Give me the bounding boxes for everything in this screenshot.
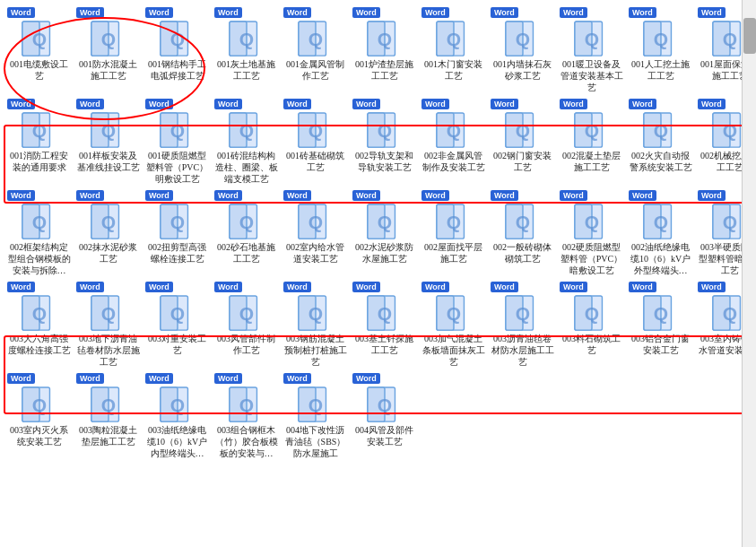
scroll-thumb[interactable] [743,18,756,54]
svg-text:Q: Q [169,212,184,232]
list-item[interactable]: Word Q 001防水混凝土施工工艺 [74,5,142,95]
file-icon: Q [500,110,546,150]
file-grid-container[interactable]: Word Q 001电缆敷设工艺Word Q 001防水混凝土施工工艺Word … [0,0,742,547]
list-item[interactable]: Word Q 001木门窗安装工艺 [420,5,487,95]
file-label: 003地下沥青油毡卷材防水层施工艺 [76,333,140,368]
svg-text:Q: Q [239,29,253,49]
file-label: 003沥青油毡卷材防水层施工工艺 [491,333,554,368]
word-badge: Word [560,7,587,18]
list-item[interactable]: Word Q 003基土钎探施工工艺 [351,280,418,369]
list-item[interactable]: Word Q 003风管部件制作工艺 [213,280,280,369]
word-badge: Word [491,282,518,292]
file-label: 001砖基础砌筑工艺 [283,150,347,173]
svg-text:Q: Q [515,120,529,141]
file-label: 002硬质阻燃型塑料管（PVC）暗敷设工艺 [560,241,623,276]
svg-text:Q: Q [308,212,322,232]
svg-text:Q: Q [446,120,460,141]
file-icon: Q [638,293,684,333]
svg-text:Q: Q [31,29,46,49]
list-item[interactable]: Word Q 003铝合金门窗安装工艺 [627,280,694,369]
list-item[interactable]: Word Q 001屋面保温层施工工艺 [696,5,742,95]
file-icon: Q [16,19,63,58]
file-label: 004地下改性沥青油毡（SBS）防水屋施工 [283,424,347,459]
list-item[interactable]: Word Q 003料石砌筑工艺 [558,280,625,369]
list-item[interactable]: Word Q 003油纸绝缘电缆10（6）kV户内型终端头… [143,371,211,461]
list-item[interactable]: Word Q 002导轨支架和导轨安装工艺 [351,97,418,187]
list-item[interactable]: Word Q 001人工挖土施工工艺 [627,5,694,95]
file-icon: Q [292,110,339,150]
list-item[interactable]: Word Q 003沥青油毡卷材防水层施工工艺 [489,280,556,369]
word-badge: Word [698,190,726,201]
list-item[interactable]: Word Q 002机械挖土施工工艺 [696,97,742,187]
list-item[interactable]: Word Q 002油纸绝缘电缆10（6）kV户外型终端头… [627,188,694,278]
svg-text:Q: Q [31,120,46,141]
list-item[interactable]: Word Q 003室内灭火系统安装工艺 [5,371,73,461]
file-icon: Q [85,293,132,333]
list-item[interactable]: Word Q 002硬质阻燃型塑料管（PVC）暗敷设工艺 [558,188,625,278]
list-item[interactable]: Word Q 001炉渣垫层施工工艺 [351,5,418,95]
word-badge: Word [145,190,173,201]
list-item[interactable]: Word Q 001金属风管制作工艺 [282,5,349,95]
file-label: 001硬质阻燃型塑料管（PVC）明敷设工艺 [145,150,209,185]
list-item[interactable]: Word Q 003加气混凝土条板墙面抹灰工艺 [420,280,487,369]
list-item[interactable]: Word Q 002钢门窗安装工艺 [489,97,556,187]
list-item[interactable]: Word Q 002混凝土垫层施工工艺 [558,97,625,187]
file-label: 001灰土地基施工工艺 [214,58,278,82]
list-item[interactable]: Word Q 001样板安装及基准线挂设工艺 [74,97,142,187]
svg-text:Q: Q [377,120,391,141]
list-item[interactable]: Word Q 001硬质阻燃型塑料管（PVC）明敷设工艺 [143,97,211,187]
file-label: 001内墙抹石灰砂浆工艺 [491,58,554,82]
file-icon: Q [292,385,339,424]
list-item[interactable]: Word Q 003地下沥青油毡卷材防水层施工艺 [74,280,142,369]
list-item[interactable]: Word Q 001砖基础砌筑工艺 [282,97,349,187]
word-badge: Word [352,7,380,18]
word-badge: Word [7,190,35,201]
list-item[interactable]: Word Q 002火灾自动报警系统安装工艺 [627,97,694,187]
file-icon: Q [16,202,63,241]
svg-text:Q: Q [653,303,667,324]
list-item[interactable]: Word Q 004地下改性沥青油毡（SBS）防水屋施工 [282,371,349,461]
word-badge: Word [629,7,656,18]
list-item[interactable]: Word Q 003组合钢框木（竹）胶合板模板的安装与… [213,371,280,461]
list-item[interactable]: Word Q 003室内铸铁排水管道安装工艺 [696,280,742,369]
list-item[interactable]: Word Q 002一般砖砌体砌筑工艺 [489,188,556,278]
word-badge: Word [629,99,656,109]
file-label: 003大六角高强度螺栓连接工艺 [7,333,71,356]
list-item[interactable]: Word Q 002砂石地基施工工艺 [213,188,280,278]
list-item[interactable]: Word Q 002扭剪型高强螺栓连接工艺 [143,188,211,278]
list-item[interactable]: Word Q 002抹水泥砂浆工艺 [74,188,142,278]
list-item[interactable]: Word Q 002框架结构定型组合钢模板的安装与拆除… [5,188,73,278]
list-item[interactable]: Word Q 004风管及部件安装工艺 [351,371,418,461]
list-item[interactable]: Word Q 002非金属风管制作及安装工艺 [420,97,487,187]
list-item[interactable]: Word Q 001砖混结构构造柱、圈梁、板端支模工艺 [213,97,280,187]
file-label: 001电缆敷设工艺 [7,58,71,82]
file-label: 001炉渣垫层施工工艺 [352,58,416,82]
file-icon: Q [638,202,684,241]
list-item[interactable]: Word Q 003对重安装工艺 [143,280,211,369]
list-item[interactable]: Word Q 001消防工程安装的通用要求 [5,97,73,187]
word-badge: Word [629,190,656,201]
scrollbar[interactable] [742,0,756,547]
file-label: 002一般砖砌体砌筑工艺 [491,241,554,265]
svg-text:Q: Q [239,120,253,141]
word-badge: Word [352,99,380,109]
list-item[interactable]: Word Q 001内墙抹石灰砂浆工艺 [489,5,556,95]
svg-text:Q: Q [377,303,391,324]
list-item[interactable]: Word Q 001灰土地基施工工艺 [213,5,280,95]
list-item[interactable]: Word Q 003钢筋混凝土预制桩打桩施工艺 [282,280,349,369]
word-badge: Word [7,99,35,109]
list-item[interactable]: Word Q 001电缆敷设工艺 [5,5,73,95]
word-badge: Word [698,99,726,109]
list-item[interactable]: Word Q 002水泥砂浆防水屋施工艺 [351,188,418,278]
word-badge: Word [76,282,104,292]
list-item[interactable]: Word Q 003陶粒混凝土垫层施工工艺 [74,371,142,461]
list-item[interactable]: Word Q 003半硬质阻燃型塑料管暗敷设工艺 [696,188,742,278]
word-badge: Word [7,373,35,384]
list-item[interactable]: Word Q 002屋面找平层施工艺 [420,188,487,278]
svg-text:Q: Q [584,29,598,49]
list-item[interactable]: Word Q 003大六角高强度螺栓连接工艺 [5,280,73,369]
svg-text:Q: Q [31,212,46,232]
list-item[interactable]: Word Q 001暖卫设备及管道安装基本工艺 [558,5,625,95]
list-item[interactable]: Word Q 001钢结构手工电弧焊接工艺 [143,5,211,95]
list-item[interactable]: Word Q 002室内给水管道安装工艺 [282,188,349,278]
